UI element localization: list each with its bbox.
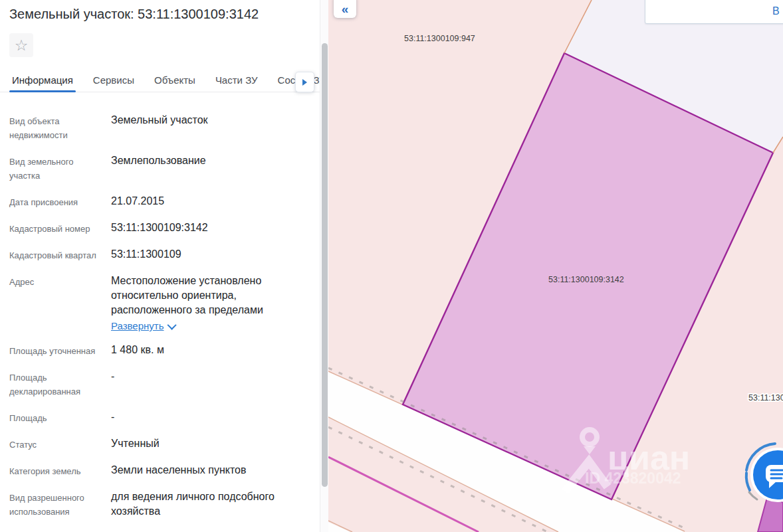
- field-row: Вид объекта недвижимостиЗемельный участо…: [9, 113, 312, 142]
- field-row: Категория земельЗемли населенных пунктов: [9, 463, 312, 478]
- field-row: Площадь уточненная1 480 кв. м: [9, 343, 312, 358]
- page-title: Земельный участок: 53:11:1300109:3142: [0, 0, 320, 23]
- field-label: Вид земельного участка: [9, 153, 111, 183]
- field-label: Вид объекта недвижимости: [9, 113, 111, 142]
- field-row: АдресМестоположение установлено относите…: [9, 274, 312, 331]
- field-row: Вид земельного участкаЗемлепользование: [9, 153, 312, 183]
- app-root: Земельный участок: 53:11:1300109:3142 ☆ …: [0, 0, 783, 532]
- favorite-button[interactable]: ☆: [9, 33, 33, 57]
- map-area[interactable]: 53:11:1300109:947 53:11:1300109:3142 53:…: [328, 0, 783, 532]
- collapse-panel-button[interactable]: «: [334, 0, 356, 18]
- field-row: Площадь декларированная-: [9, 369, 312, 399]
- field-row: Кадастровый номер53:11:1300109:3142: [9, 221, 312, 236]
- map-label-selected-parcel: 53:11:1300109:3142: [548, 275, 624, 284]
- field-label: Статус: [9, 436, 111, 452]
- field-row: Площадь-: [9, 410, 312, 425]
- field-value: для ведения личного подсобного хозяйства: [111, 489, 310, 519]
- field-label: Кадастровый номер: [9, 221, 111, 236]
- field-value: 53:11:1300109:3142: [111, 221, 310, 235]
- field-row: Дата присвоения21.07.2015: [9, 194, 312, 209]
- field-label: Площадь: [9, 410, 111, 425]
- tab-bar: ИнформацияСервисыОбъектыЧасти ЗУСостав З…: [0, 70, 320, 92]
- tab-3[interactable]: Части ЗУ: [215, 70, 258, 92]
- star-icon: ☆: [15, 38, 29, 53]
- cadastral-map-canvas[interactable]: 53:11:1300109:947 53:11:1300109:3142 53:…: [328, 0, 783, 532]
- panel-scrollbar[interactable]: [320, 0, 328, 532]
- field-label: Категория земель: [9, 463, 111, 478]
- field-value: 21.07.2015: [111, 194, 310, 209]
- map-search-box[interactable]: В: [645, 0, 783, 24]
- field-label: Адрес: [9, 274, 111, 331]
- field-value: Землепользование: [111, 153, 310, 168]
- field-list: Вид объекта недвижимостиЗемельный участо…: [9, 113, 312, 530]
- watermark-id: ID 423820042: [585, 470, 681, 487]
- map-label-quarter: 53:11:1300109:947: [404, 34, 475, 43]
- field-value: Земельный участок: [111, 113, 310, 128]
- field-label: Площадь уточненная: [9, 343, 111, 358]
- field-value: -: [111, 410, 310, 424]
- scrollbar-thumb[interactable]: [322, 43, 328, 487]
- field-value: 1 480 кв. м: [111, 343, 310, 357]
- expand-address-link[interactable]: Развернуть: [111, 320, 164, 331]
- field-label: Вид разрешенного использования: [9, 489, 111, 519]
- tab-information[interactable]: Информация: [12, 70, 73, 92]
- chevron-right-icon: [302, 79, 307, 86]
- field-value: Учтенный: [111, 436, 310, 451]
- tab-2[interactable]: Объекты: [154, 70, 195, 92]
- field-label: Кадастровый квартал: [9, 247, 111, 262]
- map-label-clipped: 53:11:130: [748, 393, 783, 402]
- field-value: -: [111, 369, 310, 384]
- search-box-partial-text: В: [772, 5, 780, 17]
- tabs-overflow-button[interactable]: [295, 72, 314, 92]
- field-row: Кадастровый квартал53:11:1300109: [9, 247, 312, 262]
- field-row: СтатусУчтенный: [9, 436, 312, 452]
- chevron-down-icon: [167, 320, 176, 329]
- field-row: Вид разрешенного использованиядля ведени…: [9, 489, 312, 519]
- field-label: Площадь декларированная: [9, 369, 111, 399]
- info-panel: Земельный участок: 53:11:1300109:3142 ☆ …: [0, 0, 320, 532]
- field-value: 53:11:1300109: [111, 247, 310, 262]
- field-value: Земли населенных пунктов: [111, 463, 310, 478]
- field-value: Местоположение установлено относительно …: [111, 274, 310, 317]
- field-label: Дата присвоения: [9, 194, 111, 209]
- collapse-icon: «: [342, 1, 349, 18]
- tab-1[interactable]: Сервисы: [93, 70, 134, 92]
